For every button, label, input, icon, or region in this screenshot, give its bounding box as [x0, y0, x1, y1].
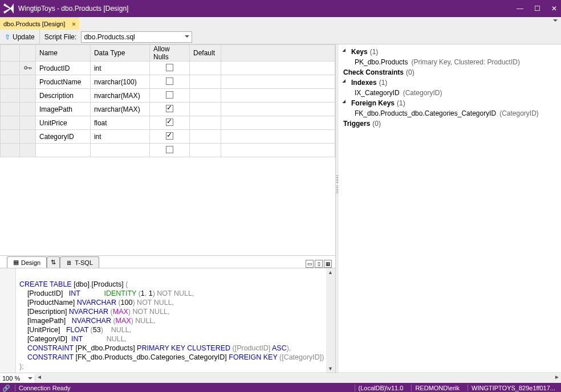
- cell-allownulls[interactable]: [150, 130, 190, 144]
- table-row[interactable]: ProductIDint: [1, 62, 335, 75]
- col-header-name[interactable]: Name: [36, 45, 91, 62]
- row-header[interactable]: [1, 75, 20, 89]
- tab-swap[interactable]: ⇅: [47, 256, 60, 268]
- cell-allownulls[interactable]: [150, 89, 190, 103]
- keys-header[interactable]: Keys (1): [343, 47, 556, 57]
- checkbox-icon[interactable]: [166, 77, 173, 85]
- cell-name[interactable]: ProductID: [36, 62, 91, 75]
- cell-datatype[interactable]: nvarchar(MAX): [90, 103, 149, 116]
- col-header-extra: [221, 45, 335, 62]
- tab-tsql[interactable]: 🗎 T-SQL: [60, 256, 99, 268]
- minimize-button[interactable]: —: [517, 5, 523, 13]
- row-header[interactable]: [1, 89, 20, 103]
- index-item[interactable]: IX_CategoryID(CategoryID): [343, 88, 556, 98]
- table-row[interactable]: ImagePathnvarchar(MAX): [1, 103, 335, 116]
- cell-default[interactable]: [190, 103, 221, 116]
- indexes-header[interactable]: Indexes (1): [343, 77, 556, 88]
- split-both-button[interactable]: ▦: [324, 260, 332, 268]
- chevron-down-icon: [28, 377, 32, 382]
- key-icon: [24, 65, 32, 72]
- checkbox-icon[interactable]: [166, 146, 173, 153]
- split-horizontal-button[interactable]: ▭: [306, 260, 314, 268]
- script-file-dropdown[interactable]: dbo.Products.sql: [81, 31, 192, 43]
- cell-allownulls[interactable]: [150, 75, 190, 89]
- table-row[interactable]: ProductNamenvarchar(100): [1, 75, 335, 89]
- split-vertical-button[interactable]: ▯: [315, 260, 323, 268]
- row-header[interactable]: [1, 62, 20, 75]
- document-tab-well: dbo.Products [Design] ×: [0, 17, 561, 30]
- cell-default[interactable]: [190, 89, 221, 103]
- connection-icon: 🔗: [2, 385, 10, 392]
- cell-datatype[interactable]: nvarchar(100): [90, 75, 149, 89]
- row-header[interactable]: [1, 103, 20, 116]
- design-icon: ▦: [13, 259, 19, 266]
- swap-icon: ⇅: [51, 259, 56, 266]
- cell-allownulls[interactable]: [150, 103, 190, 116]
- checkbox-icon[interactable]: [166, 91, 173, 99]
- cell-extra: [221, 62, 335, 75]
- horizontal-scrollbar[interactable]: [35, 374, 561, 383]
- col-header-allownulls[interactable]: Allow Nulls: [150, 45, 190, 62]
- tsql-editor[interactable]: CREATE TABLE [dbo].[Products] ( [Product…: [0, 268, 326, 373]
- cell-extra: [221, 75, 335, 89]
- restore-button[interactable]: ☐: [534, 5, 540, 13]
- cell-datatype[interactable]: nvarchar(MAX): [90, 89, 149, 103]
- update-arrow-icon: ⇧: [5, 33, 10, 41]
- checkbox-icon[interactable]: [166, 64, 173, 71]
- checkbox-icon[interactable]: [166, 132, 173, 140]
- cell-extra: [221, 89, 335, 103]
- cell-name[interactable]: ImagePath: [36, 103, 91, 116]
- grid-key-header: [20, 45, 36, 62]
- status-server: (LocalDB)\v11.0: [355, 385, 407, 391]
- cell-default[interactable]: [190, 116, 221, 130]
- row-header[interactable]: [1, 130, 20, 144]
- window-title: WingtipToys - dbo.Products [Design]: [18, 5, 517, 13]
- cell-datatype[interactable]: float: [90, 116, 149, 130]
- table-row[interactable]: UnitPricefloat: [1, 116, 335, 130]
- cell-allownulls[interactable]: [150, 116, 190, 130]
- zoom-dropdown[interactable]: 100 %: [0, 375, 35, 382]
- cell-default[interactable]: [190, 62, 221, 75]
- sql-vertical-scrollbar[interactable]: [326, 268, 335, 373]
- table-row[interactable]: CategoryIDint: [1, 130, 335, 144]
- cell-name[interactable]: ProductName: [36, 75, 91, 89]
- table-row-new[interactable]: [1, 144, 335, 157]
- status-user: REDMOND\erik: [411, 385, 463, 391]
- cell-name[interactable]: CategoryID: [36, 130, 91, 144]
- triggers-header[interactable]: Triggers (0): [343, 119, 556, 129]
- cell-default[interactable]: [190, 130, 221, 144]
- update-button[interactable]: ⇧ Update: [0, 30, 40, 44]
- pk-cell: [20, 130, 36, 144]
- columns-grid[interactable]: Name Data Type Allow Nulls Default Produ…: [0, 44, 335, 157]
- tab-label: dbo.Products [Design]: [3, 21, 65, 27]
- tab-design-label: Design: [21, 259, 40, 266]
- update-label: Update: [13, 33, 35, 41]
- checkbox-icon[interactable]: [166, 119, 173, 126]
- cell-extra: [221, 103, 335, 116]
- checkbox-icon[interactable]: [166, 105, 173, 112]
- cell-allownulls[interactable]: [150, 62, 190, 75]
- col-header-datatype[interactable]: Data Type: [90, 45, 149, 62]
- tab-tsql-label: T-SQL: [75, 259, 93, 266]
- cell-default[interactable]: [190, 75, 221, 89]
- row-header[interactable]: [1, 116, 20, 130]
- expand-icon: [342, 100, 348, 106]
- foreign-keys-header[interactable]: Foreign Keys (1): [343, 98, 556, 108]
- fk-item[interactable]: FK_dbo.Products_dbo.Categories_CategoryI…: [343, 108, 556, 119]
- table-row[interactable]: Descriptionnvarchar(MAX): [1, 89, 335, 103]
- tab-dbo-products-design[interactable]: dbo.Products [Design] ×: [0, 17, 79, 30]
- pk-cell: [20, 75, 36, 89]
- tab-design[interactable]: ▦ Design: [7, 256, 47, 268]
- cell-name[interactable]: UnitPrice: [36, 116, 91, 130]
- key-item[interactable]: PK_dbo.Products(Primary Key, Clustered: …: [343, 57, 556, 67]
- col-header-default[interactable]: Default: [190, 45, 221, 62]
- cell-datatype[interactable]: int: [90, 62, 149, 75]
- close-button[interactable]: ✕: [551, 5, 558, 13]
- check-constraints-header[interactable]: Check Constraints (0): [343, 67, 556, 77]
- grid-corner: [1, 45, 20, 62]
- designer-view-tabs: ▦ Design ⇅ 🗎 T-SQL ▭ ▯ ▦: [0, 255, 335, 268]
- cell-name[interactable]: Description: [36, 89, 91, 103]
- cell-datatype[interactable]: int: [90, 130, 149, 144]
- cell-extra: [221, 116, 335, 130]
- tab-close-icon[interactable]: ×: [72, 21, 75, 27]
